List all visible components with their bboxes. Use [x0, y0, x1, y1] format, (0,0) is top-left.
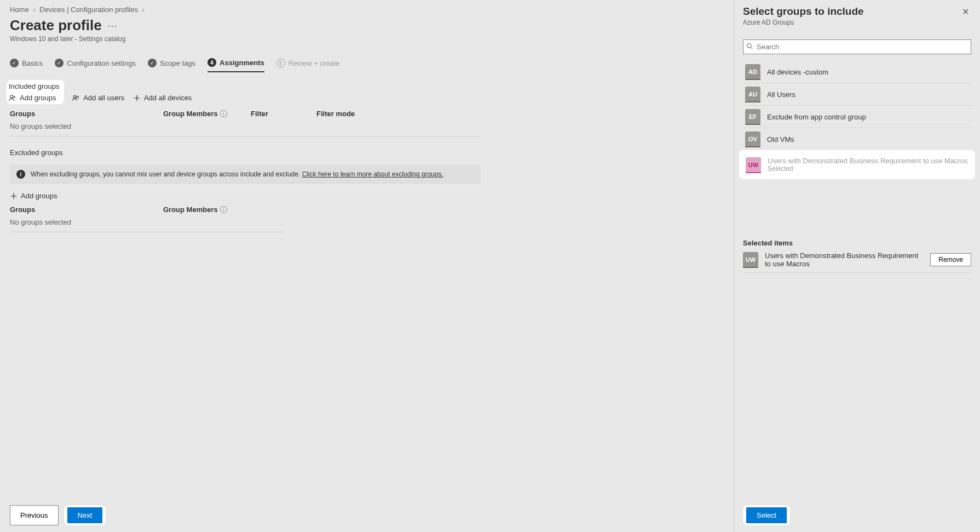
- svg-point-3: [747, 44, 752, 48]
- avatar: UW: [746, 157, 761, 173]
- selected-item: UWUsers with Demonstrated Business Requi…: [743, 247, 971, 273]
- avatar: AU: [745, 87, 760, 102]
- info-bar: i When excluding groups, you cannot mix …: [10, 164, 481, 184]
- svg-point-1: [73, 95, 76, 98]
- table-row-empty: No groups selected: [10, 118, 481, 136]
- add-excluded-groups-button[interactable]: Add groups: [10, 192, 57, 200]
- group-item[interactable]: EFExclude from app control group: [743, 106, 971, 128]
- group-status: Selected: [768, 165, 968, 173]
- wizard-step-review: 5 Review + create: [276, 58, 340, 72]
- group-name: Exclude from app control group: [767, 113, 866, 121]
- chevron-right-icon: ›: [142, 5, 145, 14]
- col-groups: Groups: [10, 110, 163, 118]
- avatar: OV: [745, 131, 760, 147]
- more-icon[interactable]: ⋯: [107, 20, 117, 32]
- plus-icon: [133, 94, 141, 102]
- col-filtermode: Filter mode: [316, 110, 393, 118]
- col-members: Group Membersi: [163, 110, 251, 118]
- next-button[interactable]: Next: [67, 507, 103, 523]
- group-name: Old VMs: [767, 135, 794, 144]
- page-subtitle: Windows 10 and later - Settings catalog: [10, 35, 724, 43]
- included-groups-heading: Included groups: [9, 82, 60, 90]
- check-icon: [55, 59, 64, 67]
- excluded-groups-heading: Excluded groups: [10, 148, 724, 157]
- selected-item-name: Users with Demonstrated Business Require…: [765, 251, 924, 268]
- check-icon: [10, 59, 19, 67]
- step-number-icon: 5: [276, 59, 285, 67]
- group-name: All devices -custom: [767, 68, 828, 76]
- svg-point-0: [10, 95, 13, 98]
- add-all-devices-button[interactable]: Add all devices: [133, 94, 192, 102]
- col-filter: Filter: [251, 110, 316, 118]
- step-number-icon: 4: [207, 58, 216, 67]
- avatar: AD: [745, 64, 760, 79]
- panel-title: Select groups to include: [743, 5, 864, 18]
- close-icon[interactable]: ✕: [960, 5, 971, 18]
- people-icon: [72, 94, 80, 102]
- selected-items-heading: Selected items: [743, 239, 971, 247]
- chevron-right-icon: ›: [33, 5, 35, 14]
- group-name: Users with Demonstrated Business Require…: [768, 157, 968, 165]
- add-groups-button[interactable]: Add groups: [9, 94, 56, 102]
- excluding-groups-link[interactable]: Click here to learn more about excluding…: [302, 170, 443, 178]
- breadcrumb-home[interactable]: Home: [10, 5, 29, 14]
- info-icon[interactable]: i: [220, 110, 227, 117]
- wizard-step-config[interactable]: Configuration settings: [55, 58, 136, 72]
- group-item[interactable]: AUAll Users: [743, 83, 971, 106]
- plus-icon: [10, 192, 18, 200]
- group-item[interactable]: UWUsers with Demonstrated Business Requi…: [741, 152, 973, 178]
- person-add-icon: [9, 94, 16, 102]
- add-all-users-button[interactable]: Add all users: [72, 94, 124, 102]
- search-icon: [746, 43, 753, 51]
- page-title: Create profile: [10, 17, 102, 34]
- avatar: UW: [743, 252, 758, 267]
- col-members: Group Membersi: [163, 205, 251, 214]
- avatar: EF: [745, 109, 760, 124]
- info-icon[interactable]: i: [220, 206, 227, 213]
- wizard-step-basics[interactable]: Basics: [10, 58, 43, 72]
- group-item[interactable]: OVOld VMs: [743, 128, 971, 151]
- info-icon: i: [16, 170, 25, 179]
- wizard-step-assignments[interactable]: 4 Assignments: [207, 58, 264, 72]
- wizard-step-scope[interactable]: Scope tags: [148, 58, 195, 72]
- panel-subtitle: Azure AD Groups: [743, 19, 864, 26]
- remove-button[interactable]: Remove: [930, 253, 971, 266]
- svg-point-2: [77, 96, 79, 98]
- group-item[interactable]: ADAll devices -custom: [743, 61, 971, 83]
- col-groups: Groups: [10, 205, 163, 214]
- check-icon: [148, 59, 157, 67]
- table-row-empty: No groups selected: [10, 214, 284, 232]
- previous-button[interactable]: Previous: [10, 505, 59, 525]
- select-button[interactable]: Select: [746, 507, 787, 523]
- breadcrumb-devices[interactable]: Devices | Configuration profiles: [39, 5, 138, 14]
- breadcrumb: Home › Devices | Configuration profiles …: [10, 5, 724, 14]
- group-name: All Users: [767, 90, 795, 99]
- search-input[interactable]: [743, 39, 971, 54]
